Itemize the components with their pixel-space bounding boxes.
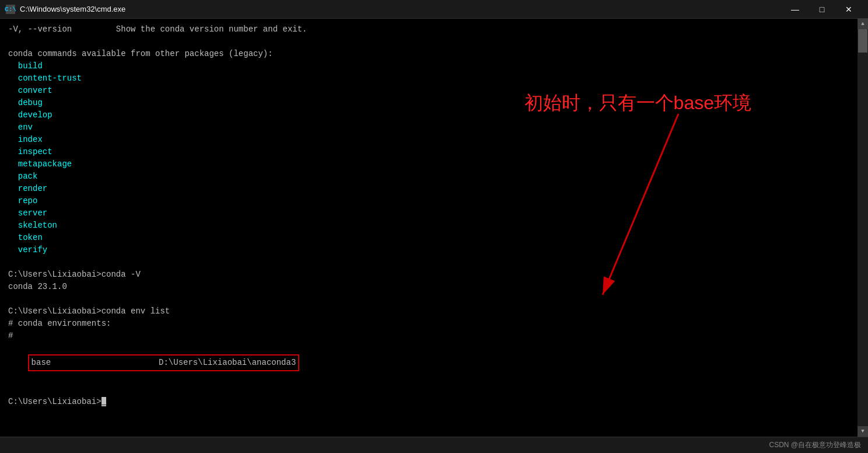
app-icon: C:\ (6, 5, 15, 14)
terminal-line (8, 384, 856, 396)
minimize-button[interactable]: — (782, 0, 808, 19)
base-environment-line: base D:\Users\Lixiaobai\anaconda3 (8, 342, 856, 384)
status-bar: CSDN @自在极意功登峰造极 (0, 437, 868, 453)
terminal-line: repo (8, 195, 856, 207)
maximize-button[interactable]: □ (808, 0, 835, 19)
terminal-line-inspect: inspect (8, 146, 856, 158)
scroll-handle[interactable] (858, 29, 867, 53)
close-button[interactable]: ✕ (835, 0, 862, 19)
terminal-line: conda 23.1.0 (8, 281, 856, 293)
terminal-line: C:\Users\Lixiaobai>conda env list (8, 305, 856, 318)
chinese-annotation: 初始时，只有一个base环境 (524, 90, 751, 116)
terminal-line: server (8, 207, 856, 219)
scroll-up-button[interactable]: ▲ (858, 19, 868, 29)
title-bar: C:\ C:\Windows\system32\cmd.exe — □ ✕ (0, 0, 868, 19)
terminal-line: skeleton (8, 219, 856, 232)
terminal-line: env (8, 121, 856, 134)
terminal-line: -V, --version Show the conda version num… (8, 23, 856, 36)
terminal-line: conda commands available from other pack… (8, 48, 856, 60)
window-controls: — □ ✕ (782, 0, 862, 19)
terminal-line: content-trust (8, 72, 856, 85)
terminal-line: index (8, 134, 856, 146)
terminal-line (8, 36, 856, 48)
terminal-line: # conda environments: (8, 318, 856, 330)
window-title: C:\Windows\system32\cmd.exe (20, 5, 782, 13)
terminal-line: render (8, 183, 856, 195)
terminal-line: metapackage (8, 158, 856, 170)
scroll-down-button[interactable]: ▼ (858, 426, 868, 437)
terminal-line: # (8, 330, 856, 342)
base-env-highlight: base D:\Users\Lixiaobai\anaconda3 (28, 354, 300, 371)
terminal-line (8, 293, 856, 305)
terminal-line: verify (8, 244, 856, 256)
terminal-line: pack (8, 170, 856, 183)
terminal-line (8, 256, 856, 269)
terminal-content[interactable]: -V, --version Show the conda version num… (0, 19, 868, 453)
cursor-line: C:\Users\Lixiaobai>_ (8, 396, 856, 408)
scrollbar[interactable]: ▲ ▼ (858, 19, 868, 437)
terminal-line: C:\Users\Lixiaobai>conda -V (8, 269, 856, 281)
scroll-track[interactable] (858, 29, 868, 426)
terminal-line: token (8, 232, 856, 244)
status-text: CSDN @自在极意功登峰造极 (769, 440, 861, 450)
terminal-line: build (8, 60, 856, 72)
